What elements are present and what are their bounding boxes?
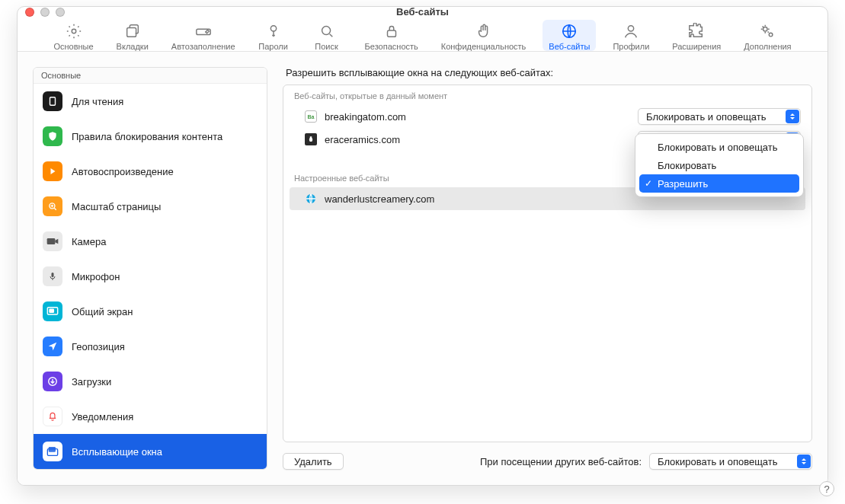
toolbar-label: Расширения [672,42,721,51]
svg-rect-15 [50,309,53,312]
website-domain: wanderlustcreamery.com [325,193,624,205]
toolbar-label: Конфиденциальность [441,42,527,51]
sidebar-item-list: Для чтения Правила блокирования контента… [34,84,267,469]
option-label: Разрешить [658,178,708,190]
download-icon [43,372,62,391]
reader-icon [43,91,62,111]
search-icon [318,23,335,40]
toolbar-passwords[interactable]: Пароли [252,20,295,51]
sidebar-item-label: Общий экран [72,306,133,317]
sidebar-item-autoplay[interactable]: Автовоспроизведение [34,154,267,189]
popup-icon [43,442,62,461]
toolbar-extensions[interactable]: Расширения [666,20,727,51]
sidebar-item-label: Загрузки [72,376,111,388]
zoom-icon [43,196,62,216]
pencil-field-icon [195,23,212,40]
default-policy-select[interactable]: Блокировать и оповещать [649,453,812,470]
toolbar-privacy[interactable]: Конфиденциальность [435,20,533,51]
hand-icon [475,23,492,40]
sidebar-item-screen-sharing[interactable]: Общий экран [34,294,267,329]
button-label: Удалить [294,456,332,467]
sidebar-item-label: Автовоспроизведение [72,166,174,177]
toolbar-label: Основные [53,42,93,51]
updown-arrows-icon [786,110,799,123]
svg-point-7 [629,26,634,31]
toolbar-label: Автозаполнение [171,42,235,51]
remove-button[interactable]: Удалить [283,453,344,470]
sidebar-item-content-blockers[interactable]: Правила блокирования контента [34,119,267,154]
lock-icon [383,23,400,40]
toolbar-websites[interactable]: Веб-сайты [543,20,596,51]
sidebar-item-label: Масштаб страницы [72,201,161,212]
favicon-vase-icon [305,133,317,145]
svg-point-4 [322,27,330,35]
gears-icon [759,23,776,40]
sidebar-item-location[interactable]: Геопозиция [34,329,267,364]
toolbar-advanced[interactable]: Дополнения [738,20,797,51]
permission-dropdown-menu: Блокировать и оповещать Блокировать Разр… [635,133,804,197]
toolbar-general[interactable]: Основные [47,20,99,51]
toolbar-label: Поиск [315,42,338,51]
toolbar-search[interactable]: Поиск [306,20,348,51]
favicon-atom-icon: Ba [305,110,317,123]
globe-icon [561,23,578,40]
sidebar-item-label: Геопозиция [72,341,125,352]
sidebar-item-downloads[interactable]: Загрузки [34,364,267,399]
toolbar-tabs[interactable]: Вкладки [110,20,155,51]
settings-sidebar: Основные Для чтения Правила блокирования… [33,67,267,470]
toolbar-autofill[interactable]: Автозаполнение [165,20,242,51]
tabs-icon [124,23,141,40]
toolbar-profiles[interactable]: Профили [607,20,655,51]
dropdown-option-block[interactable]: Блокировать [639,156,799,174]
pane-heading: Разрешить всплывающие окна на следующих … [283,67,812,78]
mic-icon [43,266,62,286]
updown-arrows-icon [797,455,811,468]
sidebar-item-notifications[interactable]: Уведомления [34,399,267,434]
favicon-globe-icon [305,193,317,205]
main-content: Основные Для чтения Правила блокирования… [18,52,827,485]
toolbar-label: Пароли [258,42,288,51]
open-websites-section-header: Веб-сайты, открытые в данный момент [283,85,811,105]
key-icon [265,23,282,40]
preferences-window: Веб-сайты Основные Вкладки Автозаполнени… [17,6,828,486]
bell-icon [43,407,62,426]
website-domain: breakingatom.com [325,111,630,123]
shield-icon [43,126,62,146]
toolbar-label: Безопасность [365,42,418,51]
sidebar-item-label: Микрофон [72,271,120,282]
sidebar-item-label: Всплывающие окна [72,446,162,458]
toolbar-security[interactable]: Безопасность [359,20,424,51]
dropdown-option-block-notify[interactable]: Блокировать и оповещать [639,138,799,156]
website-domain: eraceramics.com [325,134,630,145]
sidebar-item-microphone[interactable]: Микрофон [34,259,267,294]
popup-permission-select[interactable]: Блокировать и оповещать [638,108,801,125]
sidebar-item-reader[interactable]: Для чтения [34,84,267,119]
svg-point-8 [763,27,768,32]
svg-rect-5 [387,30,395,37]
sidebar-item-label: Правила блокирования контента [72,131,222,142]
sidebar-item-popups[interactable]: Всплывающие окна [34,434,267,469]
websites-list-box: Веб-сайты, открытые в данный момент Ba b… [283,85,812,442]
default-policy-label: При посещении других веб-сайтов: [480,456,642,467]
svg-rect-10 [50,97,56,106]
toolbar-label: Веб-сайты [549,42,590,51]
puzzle-icon [688,23,705,40]
dropdown-option-allow[interactable]: Разрешить [639,174,799,193]
option-label: Блокировать и оповещать [658,142,778,153]
sidebar-item-label: Уведомления [72,411,133,423]
sidebar-section-header: Основные [34,68,267,84]
website-row[interactable]: Ba breakingatom.com Блокировать и оповещ… [283,105,811,128]
svg-rect-12 [47,238,56,244]
gear-icon [66,23,82,40]
svg-point-3 [270,26,276,31]
svg-point-9 [770,33,773,37]
sidebar-item-label: Для чтения [72,96,123,107]
sidebar-item-page-zoom[interactable]: Масштаб страницы [34,189,267,224]
select-value: Блокировать и оповещать [646,111,767,123]
titlebar: Веб-сайты [18,7,827,17]
window-title: Веб-сайты [18,6,827,18]
sidebar-item-camera[interactable]: Камера [34,224,267,259]
option-label: Блокировать [658,160,716,171]
location-icon [43,337,62,356]
svg-rect-1 [126,27,136,37]
